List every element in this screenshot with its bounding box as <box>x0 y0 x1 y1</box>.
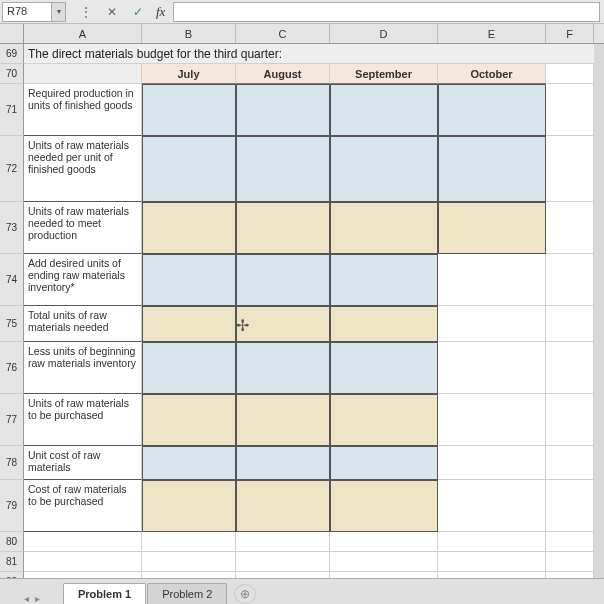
row-header[interactable]: 76 <box>0 342 24 394</box>
cell[interactable] <box>438 552 546 572</box>
input-cell[interactable] <box>142 136 236 202</box>
title-cell[interactable]: The direct materials budget for the thir… <box>24 44 594 64</box>
calc-cell[interactable] <box>330 394 438 446</box>
label-cell[interactable]: Less units of beginning raw materials in… <box>24 342 142 394</box>
input-cell[interactable] <box>330 446 438 480</box>
row-header[interactable]: 77 <box>0 394 24 446</box>
input-cell[interactable] <box>330 342 438 394</box>
cell[interactable] <box>546 446 594 480</box>
fx-icon[interactable]: fx <box>156 4 165 20</box>
cell[interactable] <box>546 64 594 84</box>
row-header[interactable]: 80 <box>0 532 24 552</box>
row-header[interactable]: 69 <box>0 44 24 64</box>
tab-nav-next-icon[interactable]: ▸ <box>35 593 40 604</box>
input-cell[interactable] <box>330 84 438 136</box>
calc-cell[interactable] <box>330 202 438 254</box>
cell[interactable] <box>546 254 594 306</box>
col-header-a[interactable]: A <box>24 24 142 43</box>
month-october[interactable]: October <box>438 64 546 84</box>
calc-cell[interactable] <box>142 480 236 532</box>
calc-cell[interactable] <box>330 480 438 532</box>
cell[interactable] <box>330 532 438 552</box>
input-cell[interactable] <box>236 136 330 202</box>
input-cell[interactable] <box>142 84 236 136</box>
calc-cell[interactable] <box>236 202 330 254</box>
cell[interactable] <box>438 306 546 342</box>
cell[interactable] <box>546 480 594 532</box>
name-box[interactable]: R78 <box>2 2 52 22</box>
label-cell[interactable]: Required production in units of finished… <box>24 84 142 136</box>
input-cell[interactable] <box>236 254 330 306</box>
cell[interactable] <box>438 532 546 552</box>
label-cell[interactable]: Add desired units of ending raw material… <box>24 254 142 306</box>
more-icon[interactable]: ⋮ <box>78 5 94 19</box>
input-cell[interactable] <box>236 84 330 136</box>
calc-cell[interactable] <box>236 480 330 532</box>
input-cell[interactable] <box>236 342 330 394</box>
cell[interactable] <box>438 480 546 532</box>
month-august[interactable]: August <box>236 64 330 84</box>
input-cell[interactable] <box>438 84 546 136</box>
label-cell[interactable]: Units of raw materials needed per unit o… <box>24 136 142 202</box>
col-header-f[interactable]: F <box>546 24 594 43</box>
cell[interactable] <box>546 394 594 446</box>
month-september[interactable]: September <box>330 64 438 84</box>
cell[interactable] <box>142 532 236 552</box>
cell[interactable] <box>546 136 594 202</box>
cell[interactable] <box>438 254 546 306</box>
cell[interactable] <box>546 306 594 342</box>
input-cell[interactable] <box>236 446 330 480</box>
cell[interactable] <box>546 552 594 572</box>
calc-cell[interactable] <box>330 306 438 342</box>
tab-nav-prev-icon[interactable]: ◂ <box>24 593 29 604</box>
cell[interactable] <box>142 552 236 572</box>
calc-cell[interactable] <box>236 306 330 342</box>
row-header[interactable]: 79 <box>0 480 24 532</box>
tab-problem-1[interactable]: Problem 1 <box>63 583 146 604</box>
row-header[interactable]: 72 <box>0 136 24 202</box>
month-july[interactable]: July <box>142 64 236 84</box>
col-header-c[interactable]: C <box>236 24 330 43</box>
cell[interactable] <box>546 342 594 394</box>
spreadsheet[interactable]: A B C D E F 69 The direct materials budg… <box>0 24 604 592</box>
label-cell[interactable]: Total units of raw materials needed <box>24 306 142 342</box>
row-header[interactable]: 74 <box>0 254 24 306</box>
calc-cell[interactable] <box>236 394 330 446</box>
label-cell[interactable]: Cost of raw materials to be purchased <box>24 480 142 532</box>
input-cell[interactable] <box>142 342 236 394</box>
calc-cell[interactable] <box>142 306 236 342</box>
select-all-corner[interactable] <box>0 24 24 43</box>
input-cell[interactable] <box>330 254 438 306</box>
cell[interactable] <box>438 394 546 446</box>
input-cell[interactable] <box>142 446 236 480</box>
cell[interactable] <box>24 552 142 572</box>
cell[interactable] <box>24 64 142 84</box>
cell[interactable] <box>330 552 438 572</box>
col-header-e[interactable]: E <box>438 24 546 43</box>
col-header-d[interactable]: D <box>330 24 438 43</box>
row-header[interactable]: 73 <box>0 202 24 254</box>
label-cell[interactable]: Unit cost of raw materials <box>24 446 142 480</box>
input-cell[interactable] <box>438 136 546 202</box>
cancel-icon[interactable]: ✕ <box>104 5 120 19</box>
cell[interactable] <box>236 532 330 552</box>
row-header[interactable]: 81 <box>0 552 24 572</box>
cell[interactable] <box>546 84 594 136</box>
input-cell[interactable] <box>142 254 236 306</box>
tab-problem-2[interactable]: Problem 2 <box>147 583 227 604</box>
cell[interactable] <box>438 446 546 480</box>
cell[interactable] <box>24 532 142 552</box>
cell[interactable] <box>236 552 330 572</box>
calc-cell[interactable] <box>142 202 236 254</box>
calc-cell[interactable] <box>142 394 236 446</box>
calc-cell[interactable] <box>438 202 546 254</box>
row-header[interactable]: 75 <box>0 306 24 342</box>
cell[interactable] <box>546 532 594 552</box>
confirm-icon[interactable]: ✓ <box>130 5 146 19</box>
label-cell[interactable]: Units of raw materials needed to meet pr… <box>24 202 142 254</box>
col-header-b[interactable]: B <box>142 24 236 43</box>
cell[interactable] <box>438 342 546 394</box>
row-header[interactable]: 71 <box>0 84 24 136</box>
input-cell[interactable] <box>330 136 438 202</box>
row-header[interactable]: 78 <box>0 446 24 480</box>
